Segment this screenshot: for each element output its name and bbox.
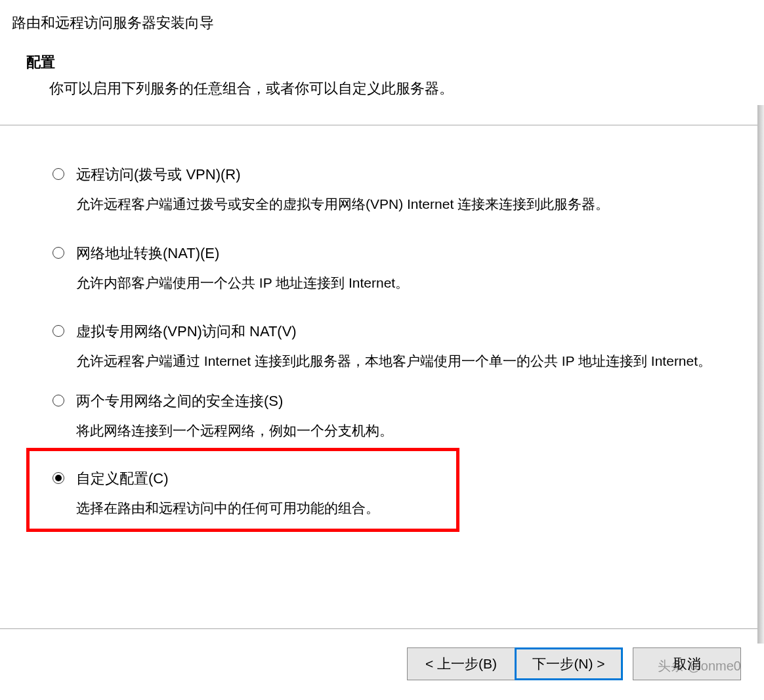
option-title: 网络地址转换(NAT)(E) [76, 244, 731, 263]
option-desc: 选择在路由和远程访问中的任何可用功能的组合。 [76, 496, 731, 520]
option-nat[interactable]: 网络地址转换(NAT)(E) 允许内部客户端使用一个公共 IP 地址连接到 In… [53, 244, 731, 295]
footer-divider [0, 628, 764, 629]
option-custom-config[interactable]: 自定义配置(C) 选择在路由和远程访问中的任何可用功能的组合。 [53, 461, 731, 520]
option-secure-connection[interactable]: 两个专用网络之间的安全连接(S) 将此网络连接到一个远程网络，例如一个分支机构。 [53, 391, 731, 443]
option-text: 网络地址转换(NAT)(E) 允许内部客户端使用一个公共 IP 地址连接到 In… [76, 244, 731, 295]
radio-icon[interactable] [53, 395, 64, 406]
option-vpn-nat[interactable]: 虚拟专用网络(VPN)访问和 NAT(V) 允许远程客户端通过 Internet… [53, 322, 731, 373]
option-text: 远程访问(拨号或 VPN)(R) 允许远程客户端通过拨号或安全的虚拟专用网络(V… [76, 165, 731, 216]
radio-icon[interactable] [53, 325, 64, 337]
option-desc: 将此网络连接到一个远程网络，例如一个分支机构。 [76, 419, 731, 443]
option-text: 自定义配置(C) 选择在路由和远程访问中的任何可用功能的组合。 [76, 469, 731, 520]
options-container: 远程访问(拨号或 VPN)(R) 允许远程客户端通过拨号或安全的虚拟专用网络(V… [0, 125, 764, 519]
option-title: 两个专用网络之间的安全连接(S) [76, 391, 731, 411]
option-remote-access[interactable]: 远程访问(拨号或 VPN)(R) 允许远程客户端通过拨号或安全的虚拟专用网络(V… [53, 165, 731, 216]
radio-icon-selected[interactable] [53, 472, 64, 484]
radio-icon[interactable] [53, 247, 64, 259]
option-desc: 允许远程客户端通过拨号或安全的虚拟专用网络(VPN) Internet 连接来连… [76, 192, 731, 216]
right-edge-decoration [757, 105, 764, 644]
page-title: 配置 [26, 53, 764, 72]
option-title: 自定义配置(C) [76, 469, 731, 489]
option-title: 虚拟专用网络(VPN)访问和 NAT(V) [76, 322, 731, 341]
page-subtitle: 你可以启用下列服务的任意组合，或者你可以自定义此服务器。 [26, 79, 764, 98]
next-button[interactable]: 下一步(N) > [515, 647, 623, 680]
option-title: 远程访问(拨号或 VPN)(R) [76, 165, 731, 185]
option-text: 两个专用网络之间的安全连接(S) 将此网络连接到一个远程网络，例如一个分支机构。 [76, 391, 731, 443]
buttons-row: < 上一步(B) 下一步(N) > 取消 [0, 647, 764, 680]
wizard-title: 路由和远程访问服务器安装向导 [0, 0, 764, 33]
cancel-button[interactable]: 取消 [633, 647, 741, 680]
footer-section: < 上一步(B) 下一步(N) > 取消 [0, 628, 764, 680]
header-section: 配置 你可以启用下列服务的任意组合，或者你可以自定义此服务器。 [0, 33, 764, 118]
option-desc: 允许内部客户端使用一个公共 IP 地址连接到 Internet。 [76, 271, 731, 295]
option-desc: 允许远程客户端通过 Internet 连接到此服务器，本地客户端使用一个单一的公… [76, 349, 731, 373]
back-button[interactable]: < 上一步(B) [407, 647, 515, 680]
radio-icon[interactable] [53, 168, 64, 180]
option-text: 虚拟专用网络(VPN)访问和 NAT(V) 允许远程客户端通过 Internet… [76, 322, 731, 373]
